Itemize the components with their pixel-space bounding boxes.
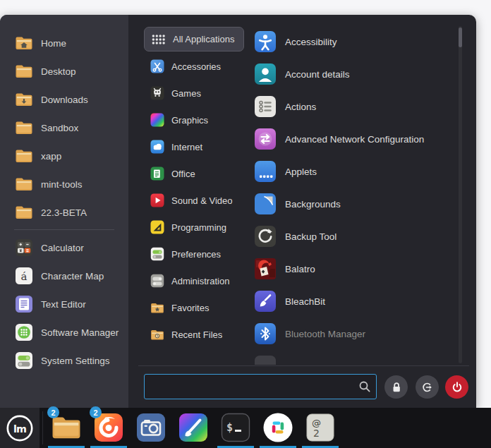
bluetooth-icon bbox=[254, 322, 277, 345]
sidebar-place-home[interactable]: Home bbox=[0, 29, 128, 57]
app-item-accessibility[interactable]: Accessibility bbox=[246, 25, 454, 58]
sidebar-place-sandbox[interactable]: Sandbox bbox=[0, 114, 128, 142]
app-item-backgrounds[interactable]: Backgrounds bbox=[246, 188, 454, 220]
app-label: Backup Tool bbox=[285, 231, 337, 242]
category-games[interactable]: Games bbox=[144, 80, 244, 107]
app-item-bluetooth-manager[interactable]: Bluetooth Manager bbox=[246, 317, 454, 350]
app-item-item[interactable] bbox=[246, 350, 454, 365]
app-item-backup-tool[interactable]: Backup Tool bbox=[246, 220, 454, 253]
recent-files-icon bbox=[150, 327, 164, 341]
category-label: Games bbox=[171, 88, 201, 99]
sidebar-separator bbox=[14, 229, 114, 230]
active-window-indicator bbox=[48, 446, 85, 448]
logout-button[interactable] bbox=[416, 375, 439, 399]
category-label: Office bbox=[171, 169, 195, 179]
category-preferences[interactable]: Preferences bbox=[144, 241, 244, 267]
application-list: AccessibilityAccount detailsActionsAdvan… bbox=[246, 25, 454, 365]
category-internet[interactable]: Internet bbox=[144, 133, 244, 160]
system-settings-icon bbox=[15, 351, 33, 370]
taskbar-item-at-window[interactable]: @2 bbox=[302, 408, 339, 448]
sidebar-place-desktop[interactable]: Desktop bbox=[0, 57, 128, 85]
terminal-icon: $ bbox=[220, 412, 251, 443]
sound-video-icon bbox=[150, 193, 164, 207]
taskbar: lm 22$@2 bbox=[0, 408, 491, 448]
taskbar-item-firefox[interactable]: 2 bbox=[90, 408, 127, 448]
category-office[interactable]: Office bbox=[144, 160, 244, 187]
app-item-actions[interactable]: Actions bbox=[246, 90, 454, 123]
sidebar-app-label: System Settings bbox=[41, 356, 110, 366]
category-label: Administration bbox=[171, 276, 229, 286]
sidebar-app-calculator[interactable]: Calculator bbox=[0, 234, 128, 262]
app-item-account-details[interactable]: Account details bbox=[246, 58, 454, 90]
category-all-applications[interactable]: All Applications bbox=[144, 27, 244, 52]
lock-button[interactable] bbox=[384, 375, 408, 399]
app-label: Backgrounds bbox=[285, 199, 341, 210]
category-recent-files[interactable]: Recent Files bbox=[144, 321, 244, 348]
sidebar-app-character-map[interactable]: áCharacter Map bbox=[0, 262, 128, 290]
taskbar-item-files[interactable]: 2 bbox=[48, 408, 85, 448]
category-sound-video[interactable]: Sound & Video bbox=[144, 187, 244, 214]
menu-button[interactable]: lm bbox=[0, 408, 40, 448]
active-window-indicator bbox=[260, 446, 296, 448]
sidebar-app-system-settings[interactable]: System Settings bbox=[0, 346, 128, 375]
sidebar-places-list: HomeDesktopDownloadsSandboxxappmint-tool… bbox=[0, 29, 128, 226]
applets-icon bbox=[254, 160, 277, 183]
taskbar-item-terminal[interactable]: $ bbox=[217, 408, 254, 448]
folder-icon bbox=[15, 175, 33, 193]
search-icon bbox=[358, 380, 371, 393]
app-item-advanced-network-configuration[interactable]: Advanced Network Configuration bbox=[246, 123, 454, 155]
svg-text:lm: lm bbox=[13, 423, 26, 434]
category-accessories[interactable]: Accessories bbox=[144, 53, 244, 80]
sidebar-place-mint-tools[interactable]: mint-tools bbox=[0, 170, 128, 198]
folder-icon bbox=[15, 62, 33, 80]
app-list-scrollbar[interactable] bbox=[459, 26, 462, 363]
category-graphics[interactable]: Graphics bbox=[144, 107, 244, 133]
app-label: Balatro bbox=[285, 264, 315, 274]
svg-text:@: @ bbox=[312, 418, 321, 428]
backgrounds-icon bbox=[254, 193, 277, 215]
at-window-icon: @2 bbox=[305, 412, 336, 443]
sidebar-place-label: mint-tools bbox=[41, 179, 83, 190]
search-input[interactable] bbox=[144, 374, 377, 399]
balatro-icon bbox=[254, 258, 277, 280]
app-label: Bluetooth Manager bbox=[285, 329, 365, 339]
category-label: Graphics bbox=[171, 115, 208, 126]
power-button[interactable] bbox=[445, 375, 468, 399]
screenshot-icon bbox=[135, 412, 166, 443]
sidebar-app-text-editor[interactable]: Text Editor bbox=[0, 290, 128, 318]
sidebar-place-label: Downloads bbox=[41, 95, 88, 105]
app-label: Account details bbox=[285, 69, 350, 80]
app-item-balatro[interactable]: Balatro bbox=[246, 253, 454, 285]
category-favorites[interactable]: Favorites bbox=[144, 294, 244, 321]
power-icon bbox=[449, 380, 465, 395]
games-icon bbox=[150, 86, 164, 100]
window-count-badge: 2 bbox=[90, 406, 102, 418]
scrollbar-thumb[interactable] bbox=[459, 28, 462, 47]
home-folder-icon bbox=[15, 34, 33, 52]
app-item-applets[interactable]: Applets bbox=[246, 155, 454, 188]
sidebar-place-downloads[interactable]: Downloads bbox=[0, 85, 128, 114]
sidebar-place-22-3-beta[interactable]: 22.3-BETA bbox=[0, 198, 128, 226]
sidebar-place-label: 22.3-BETA bbox=[41, 207, 87, 218]
taskbar-item-screenshot[interactable] bbox=[133, 408, 169, 448]
sidebar-place-label: Home bbox=[41, 38, 66, 49]
actions-icon bbox=[254, 95, 277, 118]
desktop: { "menu": { "sidebar": { "places": [ {"l… bbox=[0, 0, 491, 448]
category-label: Preferences bbox=[171, 249, 221, 260]
app-label: Applets bbox=[285, 167, 317, 177]
taskbar-item-slack[interactable] bbox=[260, 408, 296, 448]
sidebar-app-software-manager[interactable]: Software Manager bbox=[0, 318, 128, 346]
active-window-indicator bbox=[90, 446, 127, 448]
app-item-bleachbit[interactable]: BleachBit bbox=[246, 285, 454, 317]
sidebar-apps-list: CalculatoráCharacter MapText EditorSoftw… bbox=[0, 234, 128, 375]
bleachbit-icon bbox=[254, 290, 277, 313]
category-administration[interactable]: Administration bbox=[144, 267, 244, 294]
category-programming[interactable]: Programming bbox=[144, 214, 244, 241]
category-label: Accessories bbox=[171, 61, 221, 72]
taskbar-item-drawing[interactable] bbox=[175, 408, 212, 448]
category-list: All ApplicationsAccessoriesGamesGraphics… bbox=[144, 27, 244, 348]
drawing-icon bbox=[178, 412, 209, 443]
sidebar-place-xapp[interactable]: xapp bbox=[0, 142, 128, 170]
sidebar-place-label: Desktop bbox=[41, 66, 76, 77]
svg-text:á: á bbox=[21, 270, 28, 283]
